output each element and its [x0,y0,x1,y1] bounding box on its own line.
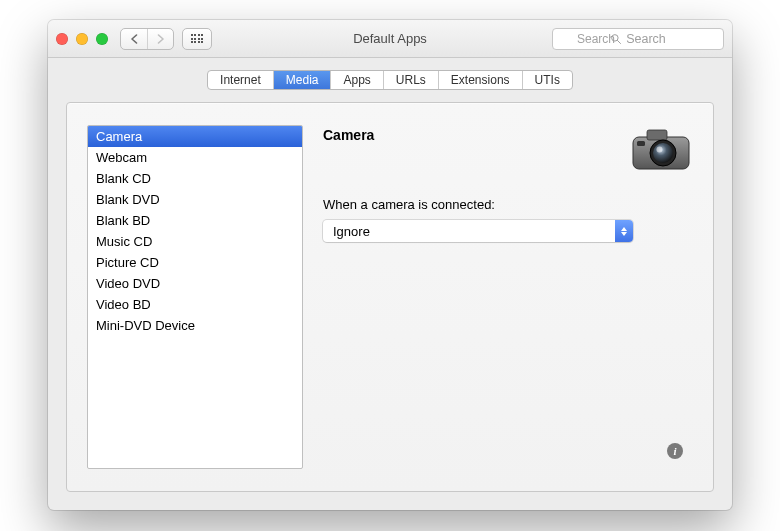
detail-header: Camera [323,125,693,173]
detail-panel: Camera [303,125,693,469]
tab-urls[interactable]: URLs [383,71,438,89]
tab-extensions[interactable]: Extensions [438,71,522,89]
tab-utis[interactable]: UTIs [522,71,572,89]
zoom-button[interactable] [96,33,108,45]
svg-rect-3 [647,130,667,140]
tab-apps[interactable]: Apps [330,71,382,89]
list-item[interactable]: Music CD [88,231,302,252]
list-item[interactable]: Blank DVD [88,189,302,210]
action-popup[interactable]: Ignore [323,220,633,242]
tab-media[interactable]: Media [273,71,331,89]
camera-icon [629,125,693,173]
list-item[interactable]: Webcam [88,147,302,168]
tabs-row: Internet Media Apps URLs Extensions UTIs [48,58,732,102]
svg-point-5 [653,143,673,163]
grid-icon [191,34,204,43]
action-prompt: When a camera is connected: [323,197,693,212]
list-item[interactable]: Camera [88,126,302,147]
search-input[interactable] [552,28,724,50]
list-item[interactable]: Video DVD [88,273,302,294]
media-list-scroll[interactable]: Camera Webcam Blank CD Blank DVD Blank B… [88,126,302,468]
titlebar: Default Apps Search [48,20,732,58]
list-item[interactable]: Video BD [88,294,302,315]
list-item[interactable]: Mini-DVD Device [88,315,302,336]
media-list[interactable]: Camera Webcam Blank CD Blank DVD Blank B… [87,125,303,469]
list-item[interactable]: Blank BD [88,210,302,231]
minimize-button[interactable] [76,33,88,45]
content-panel: Camera Webcam Blank CD Blank DVD Blank B… [66,102,714,492]
action-popup-value: Ignore [333,224,370,239]
popup-stepper-icon [615,220,633,242]
close-button[interactable] [56,33,68,45]
svg-rect-7 [637,141,645,146]
list-item[interactable]: Picture CD [88,252,302,273]
category-tabs: Internet Media Apps URLs Extensions UTIs [207,70,573,90]
info-button[interactable]: i [667,443,683,459]
preferences-window: Default Apps Search Internet Media Apps … [48,20,732,510]
show-all-button[interactable] [182,28,212,50]
detail-title: Camera [323,127,374,143]
forward-button[interactable] [147,29,173,49]
search-wrap: Search [552,28,724,50]
svg-point-6 [657,147,663,153]
window-controls [56,33,108,45]
list-item[interactable]: Blank CD [88,168,302,189]
tab-internet[interactable]: Internet [208,71,273,89]
nav-back-forward [120,28,174,50]
back-button[interactable] [121,29,147,49]
